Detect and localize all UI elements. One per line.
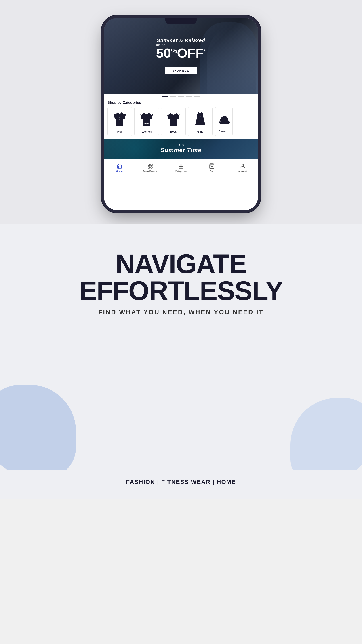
shop-now-button[interactable]: SHOP NOW <box>165 67 197 74</box>
headline-sub: FIND WHAT YOU NEED, WHEN YOU NEED IT <box>79 308 283 316</box>
account-icon <box>240 163 246 169</box>
category-boys[interactable]: Boys <box>161 107 186 136</box>
nav-cart[interactable]: Cart <box>196 159 227 177</box>
blob-right <box>291 398 362 470</box>
svg-point-14 <box>242 164 244 166</box>
footer: FASHION | FITNESS WEAR | HOME <box>0 470 362 499</box>
svg-rect-5 <box>148 164 150 166</box>
dot-2[interactable] <box>170 96 176 98</box>
nav-home[interactable]: Home <box>104 159 135 177</box>
phone-screen: Summer & Relaxed UP TO 50%OFF* SHOP NOW <box>104 18 258 210</box>
svg-rect-6 <box>151 164 152 166</box>
carousel-dots <box>104 94 258 99</box>
nav-account-label: Account <box>238 170 247 173</box>
category-footwear-label: Footwe… <box>218 130 229 132</box>
dot-1[interactable] <box>162 96 168 98</box>
svg-rect-10 <box>181 164 183 166</box>
headline-block: NAVIGATE EFFORTLESSLY FIND WHAT YOU NEED… <box>79 250 283 316</box>
headline-line1: NAVIGATE <box>79 250 283 277</box>
women-tshirt-icon <box>138 109 156 129</box>
category-women-label: Women <box>142 130 152 133</box>
category-men-label: Men <box>117 130 122 133</box>
categories-icon <box>178 163 184 169</box>
footwear-icon <box>215 109 233 129</box>
footer-text: FASHION | FITNESS WEAR | HOME <box>126 478 236 485</box>
dot-5[interactable] <box>194 96 200 98</box>
nav-more-brands-label: More Brands <box>143 170 157 173</box>
hero-text-group: Summer & Relaxed UP TO 50%OFF* SHOP NOW <box>156 38 206 74</box>
hero-discount: 50%OFF* <box>156 46 206 60</box>
nav-more-brands[interactable]: More Brands <box>135 159 166 177</box>
headline-line2: EFFORTLESSLY <box>79 277 283 304</box>
svg-rect-11 <box>179 166 181 168</box>
svg-point-1 <box>120 116 120 116</box>
nav-categories[interactable]: Categories <box>166 159 196 177</box>
cart-icon <box>209 163 215 169</box>
dot-3[interactable] <box>178 96 184 98</box>
category-footwear[interactable]: Footwe… <box>215 107 233 136</box>
men-tshirt-icon <box>111 109 129 129</box>
categories-title: Shop by Categories <box>107 100 255 105</box>
nav-account[interactable]: Account <box>227 159 258 177</box>
blob-left <box>0 384 76 470</box>
summer-banner: IT'S Summer Time <box>104 139 258 159</box>
phone-frame: Summer & Relaxed UP TO 50%OFF* SHOP NOW <box>104 18 258 210</box>
hero-season-label: Summer & Relaxed <box>156 38 206 44</box>
svg-rect-9 <box>179 164 181 166</box>
nav-home-label: Home <box>116 170 122 173</box>
dot-4[interactable] <box>186 96 192 98</box>
girls-dress-icon <box>191 109 209 129</box>
summer-text: IT'S Summer Time <box>161 144 201 154</box>
svg-rect-12 <box>181 166 183 168</box>
boys-tshirt-icon <box>164 109 182 129</box>
nav-cart-label: Cart <box>210 170 214 173</box>
home-icon <box>116 163 122 169</box>
category-girls[interactable]: Girls <box>188 107 213 136</box>
svg-rect-8 <box>151 166 152 168</box>
category-boys-label: Boys <box>170 130 177 133</box>
hero-banner: Summer & Relaxed UP TO 50%OFF* SHOP NOW <box>104 18 258 94</box>
lower-section: NAVIGATE EFFORTLESSLY FIND WHAT YOU NEED… <box>0 224 362 470</box>
category-women[interactable]: Women <box>134 107 159 136</box>
brands-icon <box>147 163 153 169</box>
svg-point-2 <box>120 118 120 118</box>
phone-section: Summer & Relaxed UP TO 50%OFF* SHOP NOW <box>0 0 362 224</box>
category-girls-label: Girls <box>197 130 203 133</box>
category-men[interactable]: Men <box>107 107 132 136</box>
categories-section: Shop by Categories <box>104 99 258 139</box>
categories-row: Men Women <box>107 107 255 136</box>
bottom-navigation: Home More Brands <box>104 159 258 177</box>
svg-point-3 <box>120 119 120 120</box>
nav-categories-label: Categories <box>175 170 187 173</box>
svg-rect-7 <box>148 166 150 168</box>
